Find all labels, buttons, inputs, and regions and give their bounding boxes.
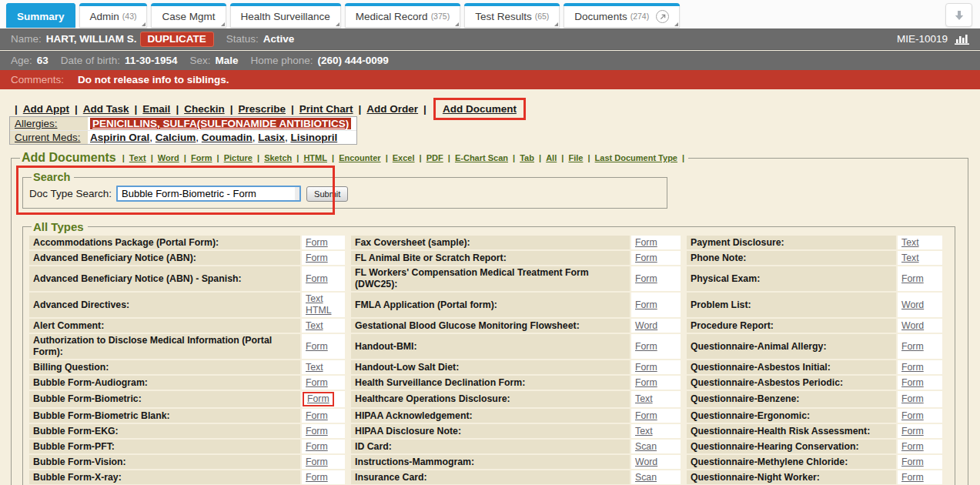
doc-type-link-advanced-beneficiary-notice-abn-form[interactable]: Form (306, 253, 328, 264)
tab-count: (274) (630, 12, 650, 21)
doc-quick-link-tab[interactable]: Tab (520, 153, 534, 162)
column-gap (682, 360, 685, 374)
doc-type-link-bubble-form-x-ray-form[interactable]: Form (306, 472, 328, 483)
med-link-lisinopril[interactable]: Lisinopril (290, 132, 337, 143)
doc-type-link-handout-low-salt-diet-form[interactable]: Form (635, 362, 657, 373)
action-link-prescribe[interactable]: Prescribe (238, 103, 286, 115)
doc-quick-link-last-document-type[interactable]: Last Document Type (595, 153, 677, 162)
doc-type-link-id-card-scan[interactable]: Scan (635, 441, 657, 453)
doc-type-link-fmla-application-portal-form-form[interactable]: Form (635, 299, 657, 311)
doc-type-link-fax-coversheet-sample-form[interactable]: Form (635, 237, 657, 249)
doc-type-link-handout-bmi-form[interactable]: Form (635, 341, 657, 353)
action-link-add-task[interactable]: Add Task (83, 103, 129, 115)
flowsheet-chart-icon[interactable] (955, 33, 969, 45)
doc-type-link-questionnaire-hearing-conservation-form[interactable]: Form (901, 441, 924, 453)
allergies-link[interactable]: Allergies: (15, 118, 58, 129)
doc-type-link-hipaa-acknowledgement-form[interactable]: Form (635, 410, 657, 422)
doc-quick-link-word[interactable]: Word (158, 153, 179, 162)
column-gap (346, 334, 350, 359)
doc-quick-link-file[interactable]: File (568, 153, 583, 162)
doc-type-link-physical-exam-form[interactable]: Form (901, 273, 924, 285)
doc-type-link-insurance-card-scan[interactable]: Scan (635, 472, 657, 483)
doc-type-link-questionnaire-animal-allergy-form[interactable]: Form (901, 341, 924, 353)
column-gap (346, 319, 350, 333)
action-link-email[interactable]: Email (142, 103, 170, 115)
doc-type-link-alert-comment-text[interactable]: Text (306, 320, 323, 332)
tab-summary[interactable]: Summary (6, 3, 75, 28)
doc-type-link-questionnaire-asbestos-periodic-form[interactable]: Form (901, 377, 924, 389)
doc-type-link-bubble-form-ekg-form[interactable]: Form (306, 426, 328, 437)
med-link-lasix[interactable]: Lasix (258, 132, 285, 143)
doc-type-link-payment-disclosure-text[interactable]: Text (901, 237, 919, 249)
patient-demographics-bar: Age: 63 Date of birth: 11-30-1954 Sex: M… (0, 51, 980, 70)
med-link-aspirin-oral[interactable]: Aspirin Oral (90, 132, 149, 143)
column-gap (682, 391, 685, 407)
doc-type-label: Bubble Form-PFT: (29, 440, 300, 453)
doc-type-link-questionnaire-methylene-chloride-form[interactable]: Form (901, 457, 924, 468)
doc-type-link-accommodations-package-portal-form-form[interactable]: Form (306, 237, 328, 249)
doc-quick-link-picture[interactable]: Picture (224, 153, 253, 162)
submit-button[interactable]: Submit (306, 186, 348, 202)
doc-type-link-advanced-directives-text[interactable]: Text (306, 293, 323, 305)
current-meds-link[interactable]: Current Meds: (15, 132, 81, 143)
doc-quick-link-excel[interactable]: Excel (393, 153, 415, 162)
popout-icon[interactable] (656, 10, 669, 23)
doc-quick-link-all[interactable]: All (546, 153, 557, 162)
doc-type-search-input[interactable] (116, 186, 301, 202)
doc-type-link-questionnaire-asbestos-initial-form[interactable]: Form (901, 362, 924, 373)
tab-medical-record[interactable]: Medical Record(375) (345, 3, 460, 28)
doc-quick-link-e-chart-scan[interactable]: E-Chart Scan (455, 153, 508, 162)
doc-type-link-bubble-form-biometric-form-highlighted[interactable]: Form (303, 392, 334, 406)
tab-admin[interactable]: Admin(43) (79, 3, 148, 28)
allergy-value-link[interactable]: PENICILLINS, SULFA(SULFONAMIDE ANTIBIOTI… (90, 118, 351, 129)
doc-type-link-phone-note-text[interactable]: Text (901, 253, 919, 264)
doc-type-link-bubble-form-pft-form[interactable]: Form (306, 441, 328, 453)
doc-quick-link-pdf[interactable]: PDF (426, 153, 443, 162)
action-link-print-chart[interactable]: Print Chart (299, 103, 353, 115)
doc-quick-link-form[interactable]: Form (191, 153, 212, 162)
chart-id: MIE-10019 (897, 33, 948, 45)
tab-documents[interactable]: Documents(274) (564, 3, 680, 28)
doc-type-link-fl-animal-bite-or-scratch-report-form[interactable]: Form (635, 253, 657, 264)
doc-type-link-authorization-to-disclose-medical-information-portal-form-form[interactable]: Form (306, 341, 328, 353)
med-link-calcium[interactable]: Calcium (156, 132, 196, 143)
doc-type-link-cell: Form (302, 236, 345, 249)
doc-type-label: Procedure Report: (687, 319, 896, 333)
doc-type-link-instructions-mammogram-word[interactable]: Word (635, 457, 657, 468)
doc-type-link-healthcare-operations-disclosure-text[interactable]: Text (635, 393, 653, 405)
doc-quick-link-sketch[interactable]: Sketch (264, 153, 292, 162)
doc-type-link-questionnaire-benzene-form[interactable]: Form (901, 393, 924, 405)
action-link-add-appt[interactable]: Add Appt (23, 103, 69, 115)
doc-quick-link-text[interactable]: Text (129, 153, 146, 162)
tab-test-results[interactable]: Test Results(65) (464, 3, 560, 28)
doc-type-link-bubble-form-audiogram-form[interactable]: Form (306, 377, 328, 389)
doc-type-link-questionnaire-night-worker-form[interactable]: Form (901, 472, 924, 483)
tab-health-surveillance[interactable]: Health Surveillance (230, 3, 341, 28)
collapse-header-button[interactable] (945, 3, 972, 27)
med-link-coumadin[interactable]: Coumadin (202, 132, 253, 143)
doc-type-link-hipaa-disclosure-note-text[interactable]: Text (635, 426, 653, 437)
doc-type-link-health-surveillance-declination-form-form[interactable]: Form (635, 377, 657, 389)
doc-type-link-questionnaire-ergonomic-form[interactable]: Form (901, 410, 924, 422)
action-separator: | (291, 103, 294, 115)
doc-type-link-billing-question-text[interactable]: Text (306, 362, 323, 373)
doc-type-link-fl-workers-compensation-medical-treatment-form-dwc25-form[interactable]: Form (635, 273, 657, 285)
doc-type-link-gestational-blood-glucose-monitoring-flowsheet-word[interactable]: Word (635, 320, 657, 332)
doc-type-link-problem-list-word[interactable]: Word (901, 299, 924, 311)
tab-case-mgmt[interactable]: Case Mgmt (151, 3, 226, 28)
doc-quick-link-html[interactable]: HTML (303, 153, 327, 162)
doc-quick-link-encounter[interactable]: Encounter (339, 153, 380, 162)
doc-type-link-bubble-form-vision-form[interactable]: Form (306, 457, 328, 468)
doc-type-link-procedure-report-word[interactable]: Word (901, 320, 924, 332)
doc-type-link-advanced-beneficiary-notice-abn-spanish-form[interactable]: Form (306, 273, 328, 285)
column-gap (346, 293, 350, 317)
doc-type-link-advanced-directives-html[interactable]: HTML (306, 305, 331, 316)
doc-type-link-questionnaire-health-risk-assessment-form[interactable]: Form (901, 426, 924, 437)
doc-type-link-cell: Form (631, 360, 681, 374)
doc-type-link-bubble-form-biometric-blank-form[interactable]: Form (306, 410, 328, 422)
doc-type-link-cell: Text (302, 360, 345, 374)
action-link-add-document[interactable]: Add Document (443, 103, 517, 115)
doc-type-search-row: Doc Type Search: Submit (29, 186, 661, 202)
action-link-checkin[interactable]: Checkin (184, 103, 225, 115)
action-link-add-order[interactable]: Add Order (366, 103, 418, 115)
